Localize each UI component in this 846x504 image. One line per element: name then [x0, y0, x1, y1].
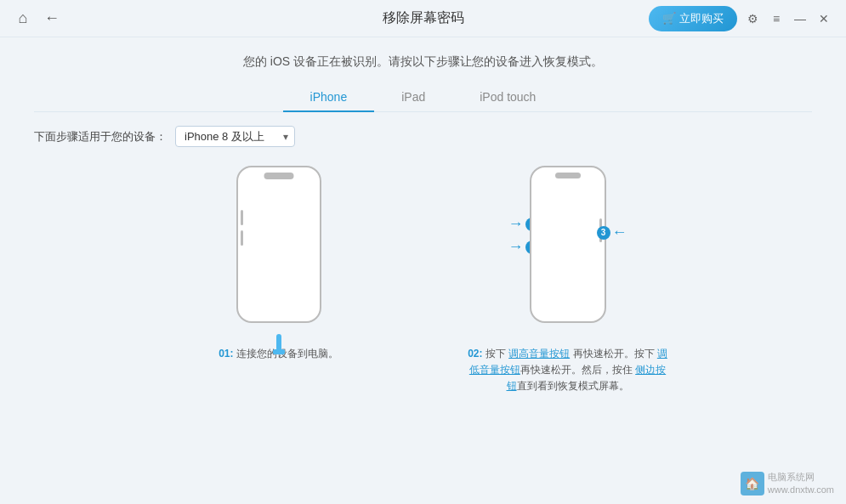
- buy-button[interactable]: 🛒 立即购买: [649, 6, 737, 31]
- phone-body-1: [236, 166, 321, 323]
- subtitle-text: 您的 iOS 设备正在被识别。请按以下步骤让您的设备进入恢复模式。: [243, 54, 603, 70]
- step-2: → 1 → 2 3 ←: [457, 166, 679, 395]
- step2-text-2: 再快速松开。按下: [570, 348, 657, 360]
- title-bar: ⌂ ← 移除屏幕密码 🛒 立即购买 ⚙ ≡ — ✕: [0, 0, 846, 37]
- watermark-logo: 🏠: [741, 472, 764, 496]
- arrow-left-1: ←: [612, 224, 627, 241]
- vol-up-btn: [241, 210, 243, 225]
- vol-down-btn: [241, 230, 243, 246]
- watermark-site: 电脑系统网: [768, 471, 834, 483]
- arrow-right-2: →: [508, 238, 524, 256]
- step1-num: 01:: [219, 348, 236, 360]
- step1-text: 连接您的设备到电脑。: [236, 348, 338, 360]
- step2-caption: 02: 按下 调高音量按钮 再快速松开。按下 调低音量按钮再快速松开。然后，按住…: [466, 346, 670, 395]
- tab-ipad[interactable]: iPad: [374, 83, 452, 112]
- phone-notch-2: [555, 173, 581, 178]
- step2-text-4: 直到看到恢复模式屏幕。: [517, 380, 629, 392]
- phone-body-2: [530, 166, 606, 323]
- device-selector-row: 下面步骤适用于您的设备： iPhone 8 及以上 iPhone 7 iPhon…: [34, 126, 812, 147]
- usb-plug: [273, 349, 285, 354]
- buy-label: 立即购买: [679, 11, 724, 26]
- cart-icon: 🛒: [662, 12, 676, 25]
- title-bar-nav: ⌂ ←: [14, 9, 61, 28]
- arrow-right-1: →: [508, 215, 524, 233]
- title-bar-actions: 🛒 立即购买 ⚙ ≡ — ✕: [649, 6, 832, 31]
- phone-notch-1: [264, 173, 293, 179]
- device-selector-label: 下面步骤适用于您的设备：: [34, 129, 167, 144]
- step2-phone-illustration: → 1 → 2 3 ←: [508, 166, 627, 336]
- step2-text-3: 再快速松开。然后，按住: [520, 364, 635, 376]
- step-1: 01: 连接您的设备到电脑。: [168, 166, 389, 362]
- step2-num: 02:: [468, 348, 485, 360]
- menu-icon[interactable]: ≡: [768, 10, 785, 27]
- settings-icon[interactable]: ⚙: [744, 10, 761, 27]
- tab-ipod[interactable]: iPod touch: [452, 83, 563, 112]
- close-button[interactable]: ✕: [815, 10, 832, 27]
- back-icon[interactable]: ←: [43, 9, 61, 28]
- watermark-text: 电脑系统网 www.dnxtw.com: [768, 471, 834, 496]
- window-title: 移除屏幕密码: [383, 9, 464, 27]
- home-icon[interactable]: ⌂: [14, 9, 32, 28]
- step2-text-1: 按下: [485, 348, 508, 360]
- step1-phone-illustration: [232, 166, 326, 336]
- usb-cable: [276, 334, 281, 351]
- watermark-url: www.dnxtw.com: [768, 484, 834, 496]
- minimize-button[interactable]: —: [792, 10, 809, 27]
- right-arrow-group: 3 ←: [597, 224, 627, 241]
- steps-area: 01: 连接您的设备到电脑。 → 1 → 2: [168, 157, 679, 487]
- highlight-vol-up: 调高音量按钮: [508, 348, 570, 360]
- device-tabs: iPhone iPad iPod touch: [34, 83, 812, 112]
- watermark: 🏠 电脑系统网 www.dnxtw.com: [741, 471, 834, 496]
- step-circle-3: 3: [597, 226, 610, 240]
- tab-iphone[interactable]: iPhone: [283, 83, 375, 112]
- device-select[interactable]: iPhone 8 及以上 iPhone 7 iPhone 6s 及以下: [175, 126, 295, 147]
- device-select-wrapper: iPhone 8 及以上 iPhone 7 iPhone 6s 及以下: [175, 126, 295, 147]
- main-content: 您的 iOS 设备正在被识别。请按以下步骤让您的设备进入恢复模式。 iPhone…: [0, 37, 846, 504]
